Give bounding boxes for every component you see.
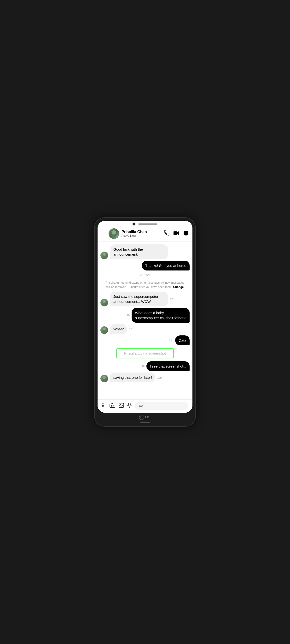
message-time: 12h — [170, 298, 174, 300]
timestamp-label: 7:15 AM — [100, 272, 190, 278]
message-row: Just saw the supercomputer announcement.… — [100, 292, 190, 306]
svg-marker-1 — [177, 231, 179, 235]
svg-point-4 — [102, 404, 103, 404]
sender-avatar — [100, 375, 108, 382]
sender-avatar — [100, 252, 108, 259]
bottom-toolbar — [98, 400, 192, 413]
change-link[interactable]: Change — [173, 285, 184, 289]
message-time: 12h — [169, 339, 173, 342]
emoji-button[interactable] — [192, 403, 192, 410]
image-button[interactable] — [119, 403, 124, 409]
message-row: 12h I see that screenshot... — [100, 361, 190, 371]
message-bubble: What does a baby supercomputer call thei… — [132, 308, 190, 323]
message-bubble: Thanks! See you at home — [142, 261, 190, 270]
svg-point-6 — [102, 405, 103, 406]
message-row: saving that one for later! 12h — [100, 372, 190, 382]
message-bubble: saving that one for later! — [110, 372, 155, 382]
svg-text:i: i — [186, 232, 186, 235]
message-bubble: What? — [110, 324, 127, 334]
svg-rect-14 — [128, 403, 130, 406]
message-bubble: Data — [175, 336, 190, 345]
message-time: 12h — [129, 328, 133, 330]
contact-status: Active Now — [122, 234, 162, 238]
header-actions: i — [164, 230, 188, 237]
sender-avatar — [100, 326, 108, 334]
svg-rect-0 — [174, 231, 177, 235]
status-bar — [98, 221, 192, 226]
contact-avatar-container — [108, 228, 119, 239]
chat-header: ← Priscilla Chan Active Now — [98, 226, 192, 242]
message-time: 12h — [140, 365, 144, 368]
screenshot-notice: Priscilla took a screenshot — [116, 348, 174, 358]
phone-screen: ← Priscilla Chan Active Now — [98, 221, 192, 413]
sender-avatar — [100, 299, 108, 306]
phone-brand-area: L LG — [98, 413, 192, 422]
svg-point-9 — [103, 406, 104, 407]
svg-text:L: L — [140, 416, 142, 419]
contact-info: Priscilla Chan Active Now — [122, 230, 162, 238]
message-bubble: Just saw the supercomputer announcement.… — [110, 292, 168, 306]
camera-button[interactable] — [110, 403, 115, 409]
notch-speaker — [138, 224, 158, 224]
active-indicator — [116, 236, 119, 238]
message-row: What? 12h — [100, 324, 190, 334]
svg-point-7 — [103, 405, 104, 406]
message-time: 12h — [125, 314, 130, 317]
svg-point-17 — [192, 403, 192, 407]
contact-name: Priscilla Chan — [122, 230, 162, 234]
message-input[interactable] — [135, 402, 188, 410]
svg-point-8 — [102, 406, 103, 407]
svg-text:LG: LG — [145, 416, 150, 419]
lg-logo: L LG — [139, 415, 151, 421]
message-bubble: Good luck with the announcement. — [110, 244, 168, 259]
message-row: 12h What does a baby supercomputer call … — [100, 308, 190, 323]
info-button[interactable]: i — [183, 230, 188, 237]
message-row: 12h Data — [100, 336, 190, 345]
camera-cutout — [132, 222, 136, 226]
svg-point-11 — [112, 405, 113, 407]
svg-point-5 — [103, 404, 104, 404]
video-call-button[interactable] — [173, 230, 180, 237]
home-indicator[interactable] — [140, 422, 150, 423]
system-message: Priscilla turned on disappearing message… — [100, 280, 190, 290]
system-message-text: Priscilla turned on disappearing message… — [106, 281, 184, 289]
messages-area: Good luck with the announcement. Thanks!… — [98, 242, 192, 400]
back-button[interactable]: ← — [102, 231, 106, 236]
apps-button[interactable] — [102, 403, 106, 409]
message-bubble: I see that screenshot... — [146, 361, 190, 371]
message-row: Good luck with the announcement. — [100, 244, 190, 259]
mic-button[interactable] — [127, 403, 132, 410]
call-button[interactable] — [164, 230, 170, 237]
phone-frame: ← Priscilla Chan Active Now — [95, 218, 195, 426]
message-row: Thanks! See you at home — [100, 261, 190, 270]
message-time: 12h — [157, 376, 162, 379]
